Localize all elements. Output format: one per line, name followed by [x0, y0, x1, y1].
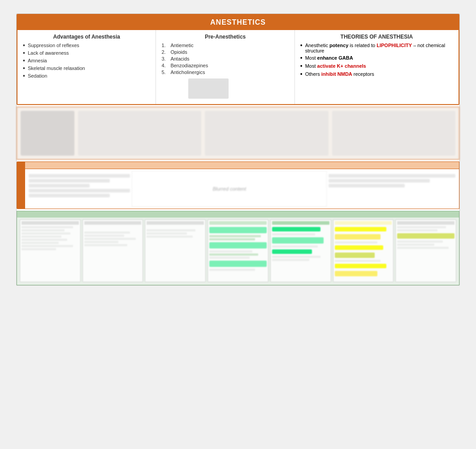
theory-item-4: Others inhibit NMDA receptors: [300, 71, 453, 78]
blurred-block-3: [332, 111, 455, 156]
top-section: ANESTHETICS Advantages of Anesthesia Sup…: [17, 14, 459, 105]
outer-container: ANESTHETICS Advantages of Anesthesia Sup…: [16, 13, 460, 286]
list-item: Skeletal muscle relaxation: [23, 65, 150, 72]
third-section-body: Blurred content: [25, 169, 459, 209]
preanesthetics-list: 1. Antiemetic 2. Opioids 3. Antacids 4. …: [161, 43, 289, 75]
orange-tab: [17, 161, 25, 209]
theory-item-1: Anesthetic potency is related to LIPOPHI…: [300, 43, 453, 53]
main-title: ANESTHETICS: [17, 15, 459, 30]
blurred-block-1: [78, 111, 201, 156]
third-left-panel: [27, 171, 132, 207]
columns-row: Advantages of Anesthesia Suppression of …: [17, 30, 459, 104]
thumb-card-2: [82, 219, 143, 282]
advantages-list: Suppression of reflexes Lack of awarenes…: [23, 43, 150, 79]
thumb-card-6: [333, 219, 394, 282]
list-item: Sedation: [23, 73, 150, 79]
preanesthetics-column: Pre-Anesthetics 1. Antiemetic 2. Opioids…: [156, 30, 294, 104]
thumb-card-3: [145, 219, 206, 282]
blurred-center-text: Blurred content: [212, 186, 246, 192]
thumbnail-image: [188, 78, 229, 99]
list-item: 4. Benzodiazepines: [161, 63, 289, 68]
list-item: Amnesia: [23, 58, 150, 64]
thumbnails-grid: [20, 219, 456, 282]
blurred-block-2: [205, 111, 328, 156]
thumb-card-4: [208, 219, 268, 282]
list-item: Lack of awareness: [23, 50, 150, 57]
theories-list: Anesthetic potency is related to LIPOPHI…: [300, 43, 453, 78]
third-right-panel: [327, 171, 457, 207]
preanesthetics-header: Pre-Anesthetics: [161, 34, 289, 40]
advantages-column: Advantages of Anesthesia Suppression of …: [17, 30, 156, 104]
list-item: 1. Antiemetic: [161, 43, 289, 48]
thumb-card-7: [395, 219, 456, 282]
third-section-header: [25, 162, 459, 169]
list-item: 2. Opioids: [161, 49, 289, 55]
thumb-card-1: [20, 219, 81, 282]
thumb-card-5: [270, 219, 331, 282]
list-item: 5. Anticholinergics: [161, 70, 289, 75]
blurred-image-left: [21, 111, 74, 156]
third-section-content: Blurred content: [25, 161, 459, 209]
fourth-section-header: [17, 211, 459, 218]
third-section-wrapper: Blurred content: [17, 161, 459, 209]
fourth-section: [17, 211, 459, 285]
advantages-header: Advantages of Anesthesia: [23, 34, 150, 40]
theory-item-2: Most enhance GABA: [300, 55, 453, 61]
third-center-panel: Blurred content: [132, 171, 327, 207]
second-section: [17, 107, 459, 160]
list-item: 3. Antacids: [161, 56, 289, 61]
list-item: Suppression of reflexes: [23, 43, 150, 49]
theories-column: THEORIES OF ANESTHESIA Anesthetic potenc…: [295, 30, 459, 104]
theory-item-3: Most activate K+ channels: [300, 63, 453, 70]
theories-header: THEORIES OF ANESTHESIA: [300, 34, 453, 40]
title-text: ANESTHETICS: [210, 18, 266, 26]
